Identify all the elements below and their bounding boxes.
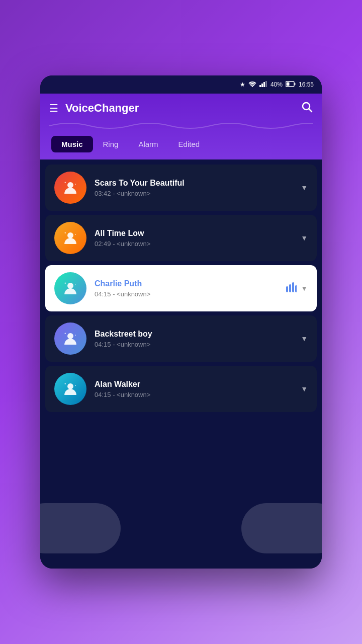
time-display: 16:55 — [299, 81, 314, 88]
song-meta: 03:42 - <unknown> — [95, 190, 293, 197]
svg-rect-3 — [263, 82, 265, 87]
song-info: Charlie Puth 04:15 - <unknown> — [95, 279, 278, 298]
svg-point-28 — [75, 335, 76, 336]
song-info: Backstreet boy 04:15 - <unknown> — [95, 330, 293, 348]
svg-rect-24 — [292, 282, 294, 292]
song-avatar — [54, 323, 86, 355]
phone-frame: ★ 40% — [40, 75, 322, 569]
equalizer-icon — [286, 282, 297, 295]
song-item-active[interactable]: Charlie Puth 04:15 - <unknown> ▼ — [45, 265, 317, 311]
svg-point-30 — [67, 383, 73, 389]
svg-rect-1 — [259, 85, 261, 87]
svg-point-14 — [67, 232, 73, 238]
svg-rect-25 — [295, 285, 297, 292]
svg-rect-22 — [286, 286, 288, 292]
tab-ring[interactable]: Ring — [93, 136, 129, 152]
song-title: Backstreet boy — [95, 330, 293, 339]
song-meta: 02:49 - <unknown> — [95, 240, 293, 248]
svg-point-26 — [67, 333, 73, 339]
dropdown-icon[interactable]: ▼ — [301, 234, 308, 242]
wave-decoration — [49, 121, 313, 131]
svg-point-0 — [251, 86, 253, 87]
svg-point-10 — [67, 182, 73, 188]
battery-icon — [286, 81, 296, 89]
svg-point-11 — [65, 182, 66, 184]
svg-line-9 — [309, 109, 312, 112]
tab-edited[interactable]: Edited — [168, 136, 210, 152]
cloud-right — [241, 503, 322, 553]
wifi-icon — [248, 81, 256, 89]
svg-point-33 — [66, 392, 67, 393]
status-bar: ★ 40% — [40, 75, 322, 94]
svg-point-16 — [75, 234, 76, 235]
status-icons: ★ 40% — [240, 81, 314, 89]
tabs-container: Music Ring Alarm Edited — [49, 131, 313, 159]
signal-icon — [259, 81, 267, 89]
song-info: Scars To Your Beautiful 03:42 - <unknown… — [95, 179, 293, 197]
svg-point-13 — [66, 191, 67, 192]
dropdown-icon[interactable]: ▼ — [301, 335, 308, 343]
svg-point-19 — [65, 283, 66, 284]
app-header: ☰ VoiceChanger Music Ring Alarm Edited — [40, 94, 322, 159]
svg-point-27 — [65, 333, 66, 335]
song-controls: ▼ — [301, 385, 308, 393]
song-title: Scars To Your Beautiful — [95, 179, 293, 188]
tab-music[interactable]: Music — [51, 136, 93, 152]
svg-point-12 — [75, 184, 76, 185]
app-title: VoiceChanger — [65, 102, 139, 115]
bluetooth-icon: ★ — [240, 81, 245, 88]
header-top: ☰ VoiceChanger — [49, 101, 313, 116]
song-item[interactable]: Backstreet boy 04:15 - <unknown> ▼ — [45, 315, 317, 362]
svg-rect-7 — [286, 82, 289, 86]
song-title: Charlie Puth — [95, 279, 278, 288]
search-button[interactable] — [301, 101, 313, 116]
song-title: Alan Walker — [95, 380, 293, 389]
song-avatar — [54, 272, 86, 304]
svg-point-21 — [66, 292, 67, 293]
song-item[interactable]: Alan Walker 04:15 - <unknown> ▼ — [45, 366, 317, 412]
svg-rect-6 — [294, 83, 295, 85]
song-meta: 04:15 - <unknown> — [95, 391, 293, 398]
song-avatar — [54, 172, 86, 204]
svg-point-32 — [75, 385, 76, 386]
song-item[interactable]: Scars To Your Beautiful 03:42 - <unknown… — [45, 165, 317, 211]
song-meta: 04:15 - <unknown> — [95, 290, 278, 298]
song-controls: ▼ — [301, 234, 308, 242]
svg-rect-2 — [261, 84, 263, 87]
svg-rect-4 — [265, 81, 267, 87]
song-controls: ▼ — [301, 335, 308, 343]
dropdown-icon[interactable]: ▼ — [301, 284, 308, 292]
tab-alarm[interactable]: Alarm — [128, 136, 168, 152]
battery-percent: 40% — [270, 81, 283, 88]
cloud-left — [40, 503, 121, 553]
header-left: ☰ VoiceChanger — [49, 102, 139, 115]
dropdown-icon[interactable]: ▼ — [301, 385, 308, 393]
song-avatar — [54, 373, 86, 405]
svg-rect-23 — [289, 284, 291, 292]
menu-icon[interactable]: ☰ — [49, 102, 58, 114]
song-info: All Time Low 02:49 - <unknown> — [95, 229, 293, 248]
svg-point-31 — [65, 383, 66, 385]
song-controls: ▼ — [301, 184, 308, 192]
svg-point-18 — [67, 283, 73, 289]
svg-point-20 — [75, 284, 76, 285]
dropdown-icon[interactable]: ▼ — [301, 184, 308, 192]
song-item[interactable]: All Time Low 02:49 - <unknown> ▼ — [45, 215, 317, 261]
song-controls: ▼ — [286, 282, 308, 295]
song-meta: 04:15 - <unknown> — [95, 341, 293, 348]
svg-point-15 — [65, 232, 66, 234]
song-info: Alan Walker 04:15 - <unknown> — [95, 380, 293, 398]
song-avatar — [54, 222, 86, 254]
svg-point-17 — [66, 242, 67, 243]
svg-point-29 — [66, 342, 67, 343]
song-title: All Time Low — [95, 229, 293, 238]
